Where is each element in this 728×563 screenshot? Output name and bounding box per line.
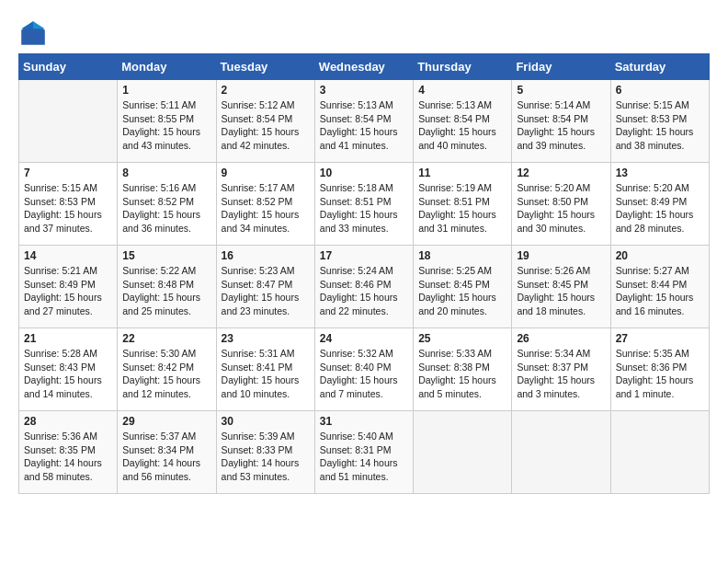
calendar-cell: 31Sunrise: 5:40 AM Sunset: 8:31 PM Dayli…	[314, 411, 413, 494]
cell-content: Sunrise: 5:15 AM Sunset: 8:53 PM Dayligh…	[24, 181, 112, 236]
day-number: 21	[24, 332, 112, 345]
day-of-week-header: Monday	[118, 54, 216, 80]
calendar-cell: 17Sunrise: 5:24 AM Sunset: 8:46 PM Dayli…	[314, 246, 413, 328]
cell-content: Sunrise: 5:34 AM Sunset: 8:37 PM Dayligh…	[517, 347, 605, 401]
calendar-cell: 7Sunrise: 5:15 AM Sunset: 8:53 PM Daylig…	[19, 163, 118, 246]
cell-content: Sunrise: 5:22 AM Sunset: 8:48 PM Dayligh…	[122, 264, 210, 318]
day-number: 15	[122, 249, 210, 262]
day-number: 23	[222, 332, 310, 345]
cell-content: Sunrise: 5:18 AM Sunset: 8:51 PM Dayligh…	[320, 181, 408, 236]
calendar-cell: 9Sunrise: 5:17 AM Sunset: 8:52 PM Daylig…	[216, 163, 314, 246]
cell-content: Sunrise: 5:30 AM Sunset: 8:42 PM Dayligh…	[122, 347, 210, 401]
cell-content: Sunrise: 5:15 AM Sunset: 8:53 PM Dayligh…	[616, 98, 704, 153]
calendar-cell	[19, 80, 118, 163]
cell-content: Sunrise: 5:39 AM Sunset: 8:33 PM Dayligh…	[222, 430, 310, 484]
calendar-cell: 18Sunrise: 5:25 AM Sunset: 8:45 PM Dayli…	[414, 246, 512, 328]
calendar-cell: 10Sunrise: 5:18 AM Sunset: 8:51 PM Dayli…	[314, 163, 413, 246]
cell-content: Sunrise: 5:23 AM Sunset: 8:47 PM Dayligh…	[222, 264, 310, 318]
day-number: 24	[320, 332, 408, 345]
calendar-cell: 26Sunrise: 5:34 AM Sunset: 8:37 PM Dayli…	[512, 328, 610, 411]
day-number: 18	[418, 249, 506, 262]
calendar-week: 1Sunrise: 5:11 AM Sunset: 8:55 PM Daylig…	[19, 80, 710, 163]
day-number: 25	[418, 332, 506, 345]
calendar-cell: 28Sunrise: 5:36 AM Sunset: 8:35 PM Dayli…	[19, 411, 118, 494]
day-number: 9	[222, 167, 310, 179]
day-number: 5	[517, 84, 605, 97]
calendar-cell: 11Sunrise: 5:19 AM Sunset: 8:51 PM Dayli…	[414, 163, 512, 246]
calendar-cell: 15Sunrise: 5:22 AM Sunset: 8:48 PM Dayli…	[118, 246, 216, 328]
calendar-week: 28Sunrise: 5:36 AM Sunset: 8:35 PM Dayli…	[19, 411, 710, 494]
day-of-week-header: Sunday	[19, 54, 118, 80]
svg-marker-2	[21, 21, 33, 29]
calendar-cell: 1Sunrise: 5:11 AM Sunset: 8:55 PM Daylig…	[118, 80, 216, 163]
cell-content: Sunrise: 5:20 AM Sunset: 8:50 PM Dayligh…	[517, 181, 605, 236]
svg-marker-1	[33, 21, 45, 29]
day-number: 11	[418, 167, 506, 179]
calendar-cell: 25Sunrise: 5:33 AM Sunset: 8:38 PM Dayli…	[414, 328, 512, 411]
cell-content: Sunrise: 5:33 AM Sunset: 8:38 PM Dayligh…	[418, 347, 506, 401]
cell-content: Sunrise: 5:32 AM Sunset: 8:40 PM Dayligh…	[320, 347, 408, 401]
calendar-header: SundayMondayTuesdayWednesdayThursdayFrid…	[19, 54, 710, 80]
cell-content: Sunrise: 5:28 AM Sunset: 8:43 PM Dayligh…	[24, 347, 112, 401]
calendar-table: SundayMondayTuesdayWednesdayThursdayFrid…	[18, 53, 710, 494]
day-number: 10	[320, 167, 408, 179]
cell-content: Sunrise: 5:26 AM Sunset: 8:45 PM Dayligh…	[517, 264, 605, 318]
calendar-cell: 20Sunrise: 5:27 AM Sunset: 8:44 PM Dayli…	[610, 246, 709, 328]
day-of-week-header: Friday	[512, 54, 610, 80]
calendar-week: 7Sunrise: 5:15 AM Sunset: 8:53 PM Daylig…	[19, 163, 710, 246]
day-number: 4	[418, 84, 506, 97]
cell-content: Sunrise: 5:37 AM Sunset: 8:34 PM Dayligh…	[122, 430, 210, 484]
day-number: 28	[24, 415, 112, 428]
calendar-cell: 5Sunrise: 5:14 AM Sunset: 8:54 PM Daylig…	[512, 80, 610, 163]
cell-content: Sunrise: 5:27 AM Sunset: 8:44 PM Dayligh…	[616, 264, 704, 318]
calendar-cell: 6Sunrise: 5:15 AM Sunset: 8:53 PM Daylig…	[610, 80, 709, 163]
day-number: 12	[517, 167, 605, 179]
cell-content: Sunrise: 5:12 AM Sunset: 8:54 PM Dayligh…	[222, 98, 310, 153]
calendar-cell: 29Sunrise: 5:37 AM Sunset: 8:34 PM Dayli…	[118, 411, 216, 494]
calendar-cell: 30Sunrise: 5:39 AM Sunset: 8:33 PM Dayli…	[216, 411, 314, 494]
calendar-body: 1Sunrise: 5:11 AM Sunset: 8:55 PM Daylig…	[19, 80, 710, 494]
cell-content: Sunrise: 5:21 AM Sunset: 8:49 PM Dayligh…	[24, 264, 112, 318]
calendar-cell: 23Sunrise: 5:31 AM Sunset: 8:41 PM Dayli…	[216, 328, 314, 411]
calendar-cell: 8Sunrise: 5:16 AM Sunset: 8:52 PM Daylig…	[118, 163, 216, 246]
day-number: 17	[320, 249, 408, 262]
cell-content: Sunrise: 5:24 AM Sunset: 8:46 PM Dayligh…	[320, 264, 408, 318]
calendar-week: 21Sunrise: 5:28 AM Sunset: 8:43 PM Dayli…	[19, 328, 710, 411]
cell-content: Sunrise: 5:13 AM Sunset: 8:54 PM Dayligh…	[418, 98, 506, 153]
calendar-cell: 19Sunrise: 5:26 AM Sunset: 8:45 PM Dayli…	[512, 246, 610, 328]
day-of-week-header: Saturday	[610, 54, 709, 80]
day-number: 31	[320, 415, 408, 428]
cell-content: Sunrise: 5:16 AM Sunset: 8:52 PM Dayligh…	[122, 181, 210, 236]
day-number: 8	[122, 167, 210, 179]
calendar-cell: 2Sunrise: 5:12 AM Sunset: 8:54 PM Daylig…	[216, 80, 314, 163]
logo-icon	[18, 18, 48, 48]
calendar-cell: 22Sunrise: 5:30 AM Sunset: 8:42 PM Dayli…	[118, 328, 216, 411]
day-number: 16	[222, 249, 310, 262]
calendar-cell: 21Sunrise: 5:28 AM Sunset: 8:43 PM Dayli…	[19, 328, 118, 411]
cell-content: Sunrise: 5:25 AM Sunset: 8:45 PM Dayligh…	[418, 264, 506, 318]
calendar-cell	[414, 411, 512, 494]
logo	[18, 18, 51, 48]
calendar-cell	[512, 411, 610, 494]
calendar-cell	[610, 411, 709, 494]
day-number: 13	[616, 167, 704, 179]
calendar-cell: 3Sunrise: 5:13 AM Sunset: 8:54 PM Daylig…	[314, 80, 413, 163]
day-number: 19	[517, 249, 605, 262]
day-number: 7	[24, 167, 112, 179]
day-number: 3	[320, 84, 408, 97]
calendar-cell: 13Sunrise: 5:20 AM Sunset: 8:49 PM Dayli…	[610, 163, 709, 246]
day-number: 22	[122, 332, 210, 345]
day-number: 1	[122, 84, 210, 97]
cell-content: Sunrise: 5:40 AM Sunset: 8:31 PM Dayligh…	[320, 430, 408, 484]
cell-content: Sunrise: 5:20 AM Sunset: 8:49 PM Dayligh…	[616, 181, 704, 236]
cell-content: Sunrise: 5:17 AM Sunset: 8:52 PM Dayligh…	[222, 181, 310, 236]
calendar-week: 14Sunrise: 5:21 AM Sunset: 8:49 PM Dayli…	[19, 246, 710, 328]
cell-content: Sunrise: 5:31 AM Sunset: 8:41 PM Dayligh…	[222, 347, 310, 401]
cell-content: Sunrise: 5:14 AM Sunset: 8:54 PM Dayligh…	[517, 98, 605, 153]
day-number: 27	[616, 332, 704, 345]
day-number: 14	[24, 249, 112, 262]
cell-content: Sunrise: 5:13 AM Sunset: 8:54 PM Dayligh…	[320, 98, 408, 153]
calendar-cell: 24Sunrise: 5:32 AM Sunset: 8:40 PM Dayli…	[314, 328, 413, 411]
calendar-cell: 4Sunrise: 5:13 AM Sunset: 8:54 PM Daylig…	[414, 80, 512, 163]
calendar-cell: 27Sunrise: 5:35 AM Sunset: 8:36 PM Dayli…	[610, 328, 709, 411]
